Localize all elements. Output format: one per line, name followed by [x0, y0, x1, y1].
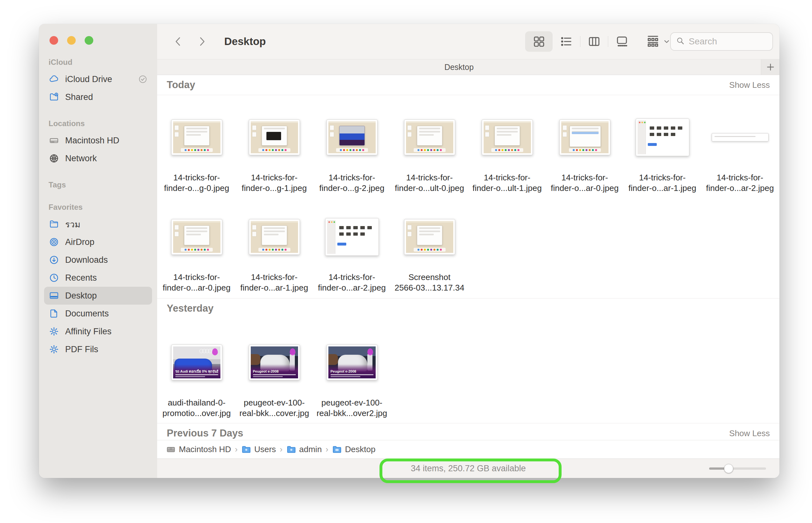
file-item[interactable]: Peugeot e-2008peugeot-ev-100-real-bkk...… — [313, 341, 391, 419]
file-thumbnail[interactable] — [712, 116, 769, 158]
file-item[interactable]: Peugeot e-2008peugeot-ev-100-real-bkk...… — [235, 341, 313, 419]
file-thumbnail[interactable] — [249, 116, 300, 158]
sidebar-item-label: Network — [65, 154, 97, 163]
file-item[interactable]: 14-tricks-for-finder-o...g-2.jpeg — [313, 116, 391, 194]
tab-desktop[interactable]: Desktop — [157, 59, 761, 75]
show-less-button[interactable]: Show Less — [729, 80, 770, 90]
thumbnail-zoom-slider[interactable] — [709, 464, 766, 473]
group-header-previous-7-days: Previous 7 DaysShow Less — [157, 423, 779, 440]
file-name[interactable]: 14-tricks-for-finder-o...ar-0.jpeg — [551, 173, 618, 194]
group-title: Today — [167, 79, 195, 91]
icon-view-button[interactable] — [525, 31, 553, 52]
gallery-view-button[interactable] — [608, 31, 636, 52]
file-thumbnail[interactable]: รถ Audi ดอกเบี้ย 0% ทุกรุ่นฮิต — [171, 341, 222, 383]
file-name[interactable]: 14-tricks-for-finder-o...g-2.jpeg — [319, 173, 385, 194]
file-row: 14-tricks-for-finder-o...ar-0.jpeg14-tri… — [157, 216, 779, 293]
file-name[interactable]: 14-tricks-for-finder-o...ult-1.jpeg — [473, 173, 542, 194]
slider-knob[interactable] — [724, 464, 733, 473]
file-name[interactable]: 14-tricks-for-finder-o...ar-0.jpeg — [163, 272, 230, 293]
file-name[interactable]: 14-tricks-for-finder-o...ult-0.jpeg — [395, 173, 464, 194]
file-item[interactable]: 14-tricks-for-finder-o...ar-2.jpeg — [701, 116, 779, 194]
breadcrumb-separator: › — [235, 445, 238, 454]
breadcrumb-label: Macintosh HD — [179, 445, 231, 454]
close-button[interactable] — [50, 36, 58, 45]
file-thumbnail[interactable] — [326, 116, 377, 158]
document-icon — [49, 308, 59, 319]
group-header-yesterday: Yesterday — [157, 298, 779, 318]
file-name[interactable]: Screenshot2566-03...13.17.34 — [394, 272, 464, 293]
sidebar-item-documents[interactable]: Documents — [44, 305, 152, 323]
minimize-button[interactable] — [67, 36, 76, 45]
list-view-button[interactable] — [553, 31, 580, 52]
file-thumbnail[interactable] — [404, 216, 455, 258]
sidebar-item-downloads[interactable]: Downloads — [44, 251, 152, 269]
file-item[interactable]: 14-tricks-for-finder-o...ult-0.jpeg — [391, 116, 468, 194]
sidebar-item--[interactable]: รวม — [44, 215, 152, 233]
column-view-button[interactable] — [580, 31, 608, 52]
file-item[interactable]: Screenshot2566-03...13.17.34 — [391, 216, 468, 293]
forward-button[interactable] — [195, 35, 208, 48]
file-item[interactable]: 14-tricks-for-finder-o...g-0.jpeg — [158, 116, 235, 194]
cloud-icon — [49, 74, 59, 85]
file-item[interactable]: 14-tricks-for-finder-o...ar-1.jpeg — [623, 116, 701, 194]
breadcrumb-label: Users — [254, 445, 276, 454]
sidebar-item-shared[interactable]: Shared — [44, 88, 152, 106]
window-title: Desktop — [224, 35, 266, 48]
search-input[interactable] — [689, 36, 767, 47]
dock-strip — [336, 148, 368, 152]
file-thumbnail[interactable] — [171, 116, 222, 158]
file-thumbnail[interactable]: Peugeot e-2008 — [326, 341, 377, 383]
file-item[interactable]: 14-tricks-for-finder-o...ar-1.jpeg — [235, 216, 313, 293]
group-by-button[interactable] — [646, 34, 671, 49]
file-thumbnail[interactable] — [482, 116, 533, 158]
file-thumbnail[interactable] — [636, 116, 689, 158]
breadcrumb-item-users[interactable]: Users — [242, 445, 276, 454]
file-item[interactable]: 14-tricks-for-finder-o...ar-0.jpeg — [546, 116, 623, 194]
file-item[interactable]: 14-tricks-for-finder-o...ult-1.jpeg — [468, 116, 546, 194]
file-item[interactable]: 14-tricks-for-finder-o...g-1.jpeg — [235, 116, 313, 194]
file-name[interactable]: 14-tricks-for-finder-o...ar-1.jpeg — [240, 272, 308, 293]
file-item[interactable]: 14-tricks-for-finder-o...ar-0.jpeg — [158, 216, 235, 293]
sidebar-item-label: Recents — [65, 273, 97, 283]
file-thumbnail[interactable] — [325, 216, 379, 258]
search-field[interactable] — [670, 32, 773, 51]
file-item[interactable]: 14-tricks-for-finder-o...ar-2.jpeg — [313, 216, 391, 293]
sidebar-item-affinity-files[interactable]: Affinity Files — [44, 323, 152, 340]
show-less-button[interactable]: Show Less — [729, 429, 770, 438]
sidebar-item-label: Macintosh HD — [65, 136, 120, 146]
file-thumbnail[interactable] — [249, 216, 300, 258]
back-button[interactable] — [172, 35, 184, 48]
file-name[interactable]: peugeot-ev-100-real-bkk...cover.jpg — [239, 398, 309, 419]
file-name[interactable]: 14-tricks-for-finder-o...g-1.jpeg — [242, 173, 307, 194]
file-thumbnail[interactable] — [559, 116, 611, 158]
file-name[interactable]: audi-thailand-0-promotio...over.jpg — [163, 398, 231, 419]
sidebar-item-airdrop[interactable]: AirDrop — [44, 233, 152, 251]
sidebar-item-pdf-fils[interactable]: PDF Fils — [44, 340, 152, 358]
sidebar-item-desktop[interactable]: Desktop — [44, 287, 152, 305]
breadcrumb-item-desktop[interactable]: Desktop — [332, 445, 375, 454]
sidebar-item-recents[interactable]: Recents — [44, 269, 152, 287]
dock-strip — [181, 248, 213, 252]
dock-strip — [259, 248, 290, 252]
file-thumbnail[interactable] — [171, 216, 222, 258]
sidebar-item-network[interactable]: Network — [44, 149, 152, 167]
file-name[interactable]: 14-tricks-for-finder-o...g-0.jpeg — [164, 173, 229, 194]
file-thumbnail[interactable]: Peugeot e-2008 — [249, 341, 300, 383]
sidebar-section-title: Locations — [44, 119, 152, 128]
breadcrumb-item-admin[interactable]: admin — [286, 445, 322, 454]
zoom-button[interactable] — [85, 36, 93, 45]
gear-icon — [49, 326, 59, 337]
sidebar-item-macintosh-hd[interactable]: Macintosh HD — [44, 131, 152, 149]
file-name[interactable]: 14-tricks-for-finder-o...ar-2.jpeg — [706, 173, 774, 194]
sidebar-item-icloud-drive[interactable]: iCloud Drive — [44, 70, 152, 88]
new-tab-button[interactable] — [761, 59, 779, 75]
file-name[interactable]: 14-tricks-for-finder-o...ar-1.jpeg — [628, 173, 696, 194]
path-bar: Macintosh HD›Users›admin›Desktop — [157, 440, 779, 458]
file-name[interactable]: 14-tricks-for-finder-o...ar-2.jpeg — [318, 272, 386, 293]
dock-strip — [414, 148, 446, 152]
file-thumbnail[interactable] — [404, 116, 455, 158]
breadcrumb-item-macintosh-hd[interactable]: Macintosh HD — [166, 445, 231, 454]
file-item[interactable]: รถ Audi ดอกเบี้ย 0% ทุกรุ่นฮิตaudi-thail… — [158, 341, 235, 419]
file-name[interactable]: peugeot-ev-100-real-bkk...over2.jpg — [317, 398, 387, 419]
downloads-icon — [49, 254, 59, 265]
